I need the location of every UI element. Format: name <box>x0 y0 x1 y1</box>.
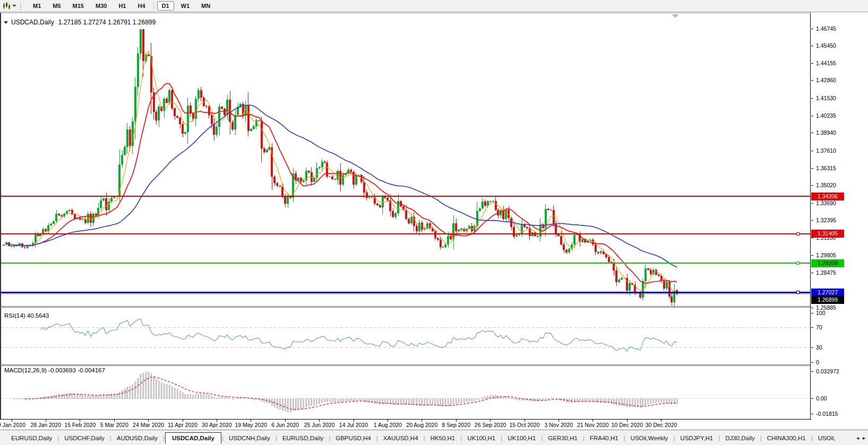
chart-tab-gbpusd-h4-6[interactable]: GBPUSD,H4 <box>331 433 375 443</box>
chart-tab-audusd-daily-2[interactable]: AUDUSD,Daily <box>112 433 162 443</box>
toolbar-grip[interactable] <box>20 2 22 10</box>
chart-tab-uk100-h1-9[interactable]: UK100,H1 <box>462 433 500 443</box>
timeframe-button-h4[interactable]: H4 <box>133 1 150 11</box>
rsi-axis-label: 100 <box>816 310 826 317</box>
price-axis-tick <box>811 29 813 29</box>
macd-axis-tick <box>811 414 813 414</box>
price-axis-tick <box>811 116 813 116</box>
price-axis-tick <box>811 203 813 204</box>
price-axis-label: 1.44155 <box>816 60 836 67</box>
time-axis-label: 15 Oct 2020 <box>509 422 539 428</box>
tab-separator: | <box>57 435 59 441</box>
tab-scroll-left-icon[interactable]: ◂ <box>856 435 859 441</box>
tab-separator: | <box>460 435 462 441</box>
chart-tab-eurusd-daily-0[interactable]: EURUSD,Daily <box>6 433 57 443</box>
price-axis-label: 1.32395 <box>816 217 836 224</box>
chart-tab-eurusd-daily-5[interactable]: EURUSD,Daily <box>278 433 328 443</box>
price-axis-label: 1.40235 <box>816 112 836 119</box>
chart-tab-dj30-daily-15[interactable]: DJ30,Daily <box>720 433 760 443</box>
price-axis-label: 1.45450 <box>816 42 836 49</box>
chart-shift-marker-icon <box>672 14 678 18</box>
price-axis-tick <box>811 98 813 99</box>
timeframe-toolbar: M1M5M15M30H1H4D1W1MN <box>0 0 868 12</box>
price-axis-tick <box>811 133 813 133</box>
tab-separator: | <box>541 435 543 441</box>
timeframe-buttons: M1M5M15M30H1H4D1W1MN <box>27 0 216 12</box>
macd-axis-label: 0.00 <box>816 395 827 402</box>
time-axis-label: 19 May 2020 <box>235 422 267 428</box>
price-level-badge-1.27027: 1.27027 <box>811 289 844 296</box>
chart-tab-usoil-17[interactable]: USOil, <box>813 433 840 443</box>
chart-tab-hk50-h1-8[interactable]: HK50,H1 <box>426 433 460 443</box>
rsi-axis-tick <box>811 347 813 348</box>
macd-indicator-label: MACD(12,26,9) -0.003693 -0.004167 <box>4 367 105 373</box>
candlestick-chart-icon[interactable] <box>2 2 11 10</box>
timeframe-button-h1[interactable]: H1 <box>114 1 131 11</box>
price-axis-label: 1.35020 <box>816 182 836 189</box>
price-axis-label: 1.33690 <box>816 200 836 207</box>
price-axis-label: 1.28475 <box>816 269 836 276</box>
time-axis-label: 28 Jan 2020 <box>30 422 61 428</box>
time-axis-label: 30 Dec 2020 <box>646 422 677 428</box>
rsi-axis-tick <box>811 327 813 328</box>
chart-ohlc-values: 1.27185 1.27274 1.26791 1.26899 <box>58 19 156 26</box>
price-chart-canvas[interactable]: 9 Jan 202028 Jan 202015 Feb 20205 Mar 20… <box>0 13 811 430</box>
price-axis-tick <box>811 308 813 308</box>
rsi-axis-label: 70 <box>816 324 822 331</box>
tab-separator: | <box>163 435 165 441</box>
timeframe-button-mn[interactable]: MN <box>196 1 215 11</box>
tab-separator: | <box>624 435 625 441</box>
chart-tab-fra40-h1-12[interactable]: FRA40,H1 <box>585 433 623 443</box>
chart-tab-china300-h1-16[interactable]: CHINA300,H1 <box>762 433 811 443</box>
time-axis-label: 14 Jul 2020 <box>339 422 368 428</box>
price-axis-tick <box>811 168 813 169</box>
price-axis-label: 1.42860 <box>816 77 836 84</box>
toolbar-separator <box>153 2 154 10</box>
tab-separator: | <box>501 435 502 441</box>
price-axis-tick <box>811 185 813 186</box>
chart-tab-xauusd-h4-7[interactable]: XAUUSD,H4 <box>379 433 423 443</box>
timeframe-button-m15[interactable]: M15 <box>68 1 89 11</box>
chart-title: USDCAD,Daily 1.27185 1.27274 1.26791 1.2… <box>4 19 156 26</box>
chart-tab-usoil-weekly-13[interactable]: USOil,Weekly <box>626 433 673 443</box>
time-axis-label: 1 Aug 2020 <box>374 422 402 428</box>
time-axis-label: 8 Sep 2020 <box>442 422 470 428</box>
tab-separator: | <box>811 435 813 441</box>
timeframe-button-m30[interactable]: M30 <box>91 1 111 11</box>
macd-histogram <box>14 372 677 412</box>
chart-tab-usdcad-daily-3[interactable]: USDCAD,Daily <box>165 432 221 444</box>
chart-tab-bar: EURUSD,Daily|USDCHF,Daily|AUDUSD,Daily|U… <box>0 430 868 445</box>
time-axis-label: 26 Sep 2020 <box>475 422 506 428</box>
time-axis-label: 5 Mar 2020 <box>100 422 128 428</box>
tab-scroll-right-icon[interactable]: ▸ <box>863 435 865 441</box>
chart-tabs: EURUSD,Daily|USDCHF,Daily|AUDUSD,Daily|U… <box>6 432 848 444</box>
price-axis-label: 1.36315 <box>816 165 836 172</box>
price-axis-tick <box>811 220 813 221</box>
price-axis-label: 1.37610 <box>816 147 836 154</box>
chart-tab-usdjpy-h1-14[interactable]: USDJPY,H1 <box>675 433 718 443</box>
macd-axis-label: -0.01815 <box>816 411 838 417</box>
timeframe-button-d1[interactable]: D1 <box>157 1 174 11</box>
collapse-triangle-icon[interactable] <box>4 21 8 24</box>
candlesticks[interactable] <box>3 29 678 307</box>
timeframe-button-w1[interactable]: W1 <box>176 1 195 11</box>
chart-tab-ger30-h1-11[interactable]: GER30,H1 <box>543 433 582 443</box>
chart-tab-uk100-h1-10[interactable]: UK100,H1 <box>503 433 540 443</box>
macd-axis-tick <box>811 371 813 372</box>
tab-separator: | <box>276 435 277 441</box>
tab-separator: | <box>329 435 330 441</box>
time-axis-label: 6 Jun 2020 <box>271 422 299 428</box>
chart-tab-usdcnh-daily-4[interactable]: USDCNH,Daily <box>224 433 275 443</box>
current-price-badge: 1.26899 <box>811 296 844 304</box>
tab-separator: | <box>760 435 762 441</box>
timeframe-button-m1[interactable]: M1 <box>28 1 46 11</box>
chevron-down-icon[interactable] <box>12 5 16 7</box>
price-axis-tick <box>811 151 813 151</box>
price-axis-label: 1.29805 <box>816 252 836 259</box>
price-axis-tick <box>811 46 813 46</box>
price-axis: 1.467451.454501.441551.428601.415301.402… <box>811 13 868 430</box>
time-axis-label: 20 Aug 2020 <box>406 422 437 428</box>
timeframe-button-m5[interactable]: M5 <box>48 1 65 11</box>
chart-tab-usdchf-daily-1[interactable]: USDCHF,Daily <box>59 433 109 443</box>
time-axis-label: 9 Jan 2020 <box>0 422 25 428</box>
